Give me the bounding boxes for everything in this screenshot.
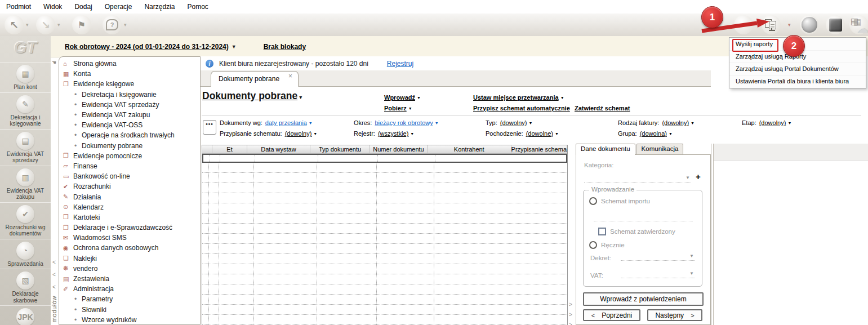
tree-item[interactable]: ✐ Administracja [59, 284, 200, 294]
filter-caret-icon[interactable]: ▼ [787, 121, 791, 125]
tree-item[interactable]: • Słowniki [59, 305, 200, 315]
sello-button[interactable] [826, 15, 845, 34]
web-services-button[interactable] [800, 15, 819, 34]
filter-caret-icon[interactable]: ▼ [555, 132, 559, 136]
expand-chevron-icon[interactable]: > [569, 312, 572, 318]
tab-dokumenty-pobrane[interactable]: Dokumenty pobrane [211, 71, 299, 87]
tree-item[interactable]: ❒ Kartoteki [59, 212, 200, 222]
table-row[interactable] [202, 264, 567, 274]
tree-item[interactable]: ▭ Bankowość on-line [59, 171, 200, 181]
sidebar-item[interactable]: ▦ Plan kont [0, 62, 51, 92]
tree-item[interactable]: ▤ Zestawienia [59, 274, 200, 284]
tree-item[interactable]: ⌂ Strona główna [59, 59, 200, 69]
kategoria-combobox[interactable]: ▼ [584, 172, 691, 182]
filter-value[interactable]: daty przesłania [265, 119, 307, 126]
collapse-chevron-icon[interactable]: < [52, 284, 56, 290]
filter-value[interactable]: (dowolny) [759, 119, 786, 126]
tree-item[interactable]: • Dokumenty pobrane [59, 141, 200, 151]
filter-caret-icon[interactable]: ▼ [528, 121, 532, 125]
checkbox-schemat-zatwierdzony[interactable]: Schemat zatwierdzony [598, 228, 675, 235]
filter-value[interactable]: (dowolny) [285, 130, 312, 137]
table-row[interactable] [202, 234, 567, 244]
tree-item[interactable]: ▱ Finanse [59, 161, 200, 171]
table-selected-row[interactable] [202, 154, 567, 163]
table-row[interactable] [202, 163, 567, 173]
filter-value[interactable]: (dowolny) [500, 119, 527, 126]
combo-caret-icon[interactable]: ▼ [689, 271, 694, 276]
action-przypisz-schemat[interactable]: Przypisz schemat automatycznie [473, 105, 570, 112]
add-category-button[interactable]: + [696, 172, 701, 181]
tree-item[interactable]: ✔ Rozrachunki [59, 181, 200, 192]
tree-item[interactable]: • Dekretacja i księgowanie [59, 90, 200, 100]
filter-caret-icon[interactable]: ▼ [669, 132, 673, 136]
table-row[interactable] [202, 224, 567, 234]
filter-caret-icon[interactable]: ▼ [313, 132, 317, 136]
radio-recznie[interactable]: Ręcznie [589, 241, 625, 249]
help-button[interactable] [103, 15, 122, 34]
menu-item[interactable]: Dodaj [68, 3, 98, 11]
vat-combobox[interactable]: ▼ [621, 268, 695, 278]
fiscal-year-link[interactable]: Rok obrotowy - 2024 (od 01-01-2024 do 31… [65, 43, 229, 51]
lock-status-link[interactable]: Brak blokady [264, 43, 306, 51]
forward-button[interactable]: ↘ [36, 15, 55, 34]
tree-item[interactable]: ❐ Ewidencje księgowe [59, 79, 200, 89]
tree-item[interactable]: • Ewidencja VAT-OSS [59, 120, 200, 130]
send-reports-dropdown-caret-icon[interactable]: ▾ [788, 22, 791, 28]
back-button[interactable]: ↖ [5, 15, 24, 34]
tree-item[interactable]: ❏ Naklejki [59, 253, 200, 264]
close-tab-icon[interactable] [288, 72, 292, 80]
fiscal-year-caret-icon[interactable]: ▼ [232, 44, 237, 50]
cloud-archive-button[interactable] [849, 15, 868, 34]
table-row[interactable] [202, 173, 567, 183]
table-column-header[interactable]: Numer dokumentu [370, 145, 428, 153]
tree-item[interactable]: ⊙ Kalendarz [59, 202, 200, 212]
table-column-header[interactable]: Data wystaw [247, 145, 310, 153]
action-zatwierdz-schemat[interactable]: Zatwierdź schemat [575, 105, 630, 112]
nastepny-button[interactable]: Następny> [647, 309, 702, 321]
sidebar-item[interactable]: ▧ Deklaracje skarbowe [0, 269, 51, 305]
menu-item[interactable]: Podmiot [0, 3, 37, 11]
tree-item[interactable]: • Wzorce wydruków [59, 315, 200, 325]
table-row[interactable] [202, 244, 567, 254]
filter-value[interactable]: (dowolne) [526, 130, 553, 137]
tree-item[interactable]: ✎ Działania [59, 192, 200, 202]
table-column-header[interactable]: Et [212, 145, 247, 153]
tree-item[interactable]: ❋ vendero [59, 264, 200, 274]
filter-value[interactable]: (wszystkie) [378, 130, 408, 137]
expand-chevron-icon[interactable]: > [569, 302, 572, 308]
tree-item[interactable]: • Parametry [59, 294, 200, 304]
sidebar-item[interactable]: ▤ Ewidencja VAT sprzedaży [0, 129, 51, 166]
table-row[interactable] [202, 284, 567, 295]
collapse-chevron-icon[interactable]: < [52, 272, 56, 278]
filter-value[interactable]: (dowolna) [640, 130, 667, 137]
filter-caret-icon[interactable]: ▼ [691, 121, 695, 125]
sidebar-item[interactable]: ◔ Sprawozdania [0, 239, 51, 269]
splitter[interactable] [711, 144, 711, 325]
sidebar-item[interactable]: ▥ Ewidencja VAT zakupu [0, 166, 51, 202]
tree-item[interactable]: • Ewidencja VAT zakupu [59, 110, 200, 120]
expand-chevron-icon[interactable]: > [569, 322, 572, 325]
table-row[interactable] [202, 183, 567, 193]
table-row[interactable] [202, 254, 567, 264]
table-column-header[interactable]: Przypisanie schema [511, 145, 567, 153]
help-dropdown-caret-icon[interactable]: ▾ [124, 22, 127, 28]
combo-caret-icon[interactable]: ▼ [686, 175, 690, 180]
forward-dropdown-caret-icon[interactable]: ▾ [57, 22, 60, 28]
poprzedni-button[interactable]: <Poprzedni [583, 309, 640, 321]
schemat-importu-field[interactable] [594, 221, 693, 221]
menu-item[interactable]: Pomoc [181, 3, 214, 11]
flag-button[interactable]: ⚑ [72, 15, 91, 34]
back-dropdown-caret-icon[interactable]: ▾ [26, 22, 29, 28]
sidebar-item[interactable]: ✔ Rozrachunki wg dokumentów [0, 202, 51, 239]
table-row[interactable] [202, 213, 567, 224]
radio-schemat-importu[interactable]: Schemat importu [589, 197, 650, 205]
pin-icon[interactable]: ☚ [52, 60, 56, 65]
table-column-header[interactable] [202, 145, 212, 153]
context-menu-item[interactable]: Zarządzaj usługą Portal Dokumentów [729, 63, 866, 75]
table-row[interactable] [202, 305, 567, 315]
menu-item[interactable]: Narzędzia [138, 3, 181, 11]
action-pobierz[interactable]: Pobierz▼ [384, 105, 412, 112]
more-filters-button[interactable] [203, 120, 216, 135]
tree-item[interactable]: ✉ Wiadomości SMS [59, 233, 200, 243]
table-row[interactable] [202, 193, 567, 203]
